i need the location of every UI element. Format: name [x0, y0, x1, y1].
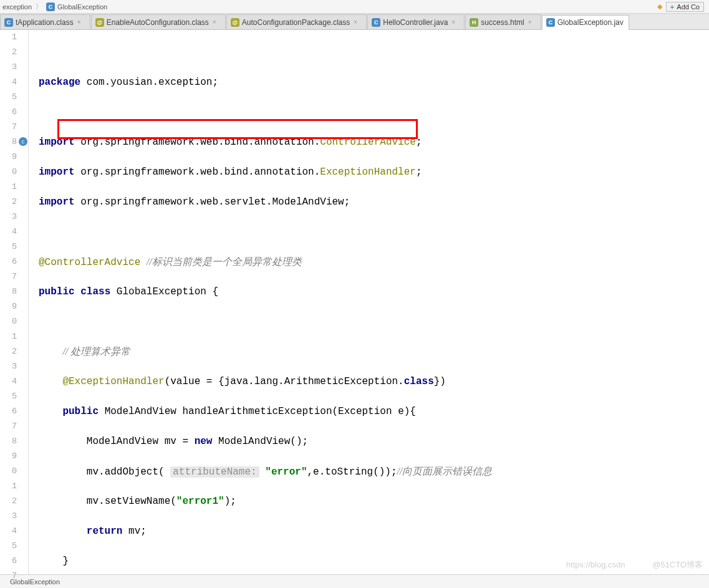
line-number[interactable]: 7 [0, 120, 17, 135]
tab-enableautoconfig[interactable]: @ EnableAutoConfiguration.class × [91, 14, 226, 29]
param: e [398, 406, 404, 417]
breadcrumb-bar: exception 〉 C GlobalException ◆ + Add Co [0, 0, 709, 14]
method-name: handleArithmeticException [182, 406, 332, 417]
var: mv [165, 436, 176, 447]
marker-icon[interactable]: ◆ [657, 2, 662, 11]
kw-import: import [39, 166, 75, 178]
import-class: ExceptionHandler [320, 166, 416, 178]
method: setViewName [105, 496, 171, 507]
line-number[interactable]: 6 [0, 404, 17, 419]
breadcrumb-item-file[interactable]: C GlobalException [46, 2, 107, 11]
html-icon: H [470, 18, 478, 27]
tab-globalexception[interactable]: C GlobalException.jav [542, 15, 629, 30]
line-number[interactable]: 0 [0, 314, 17, 329]
tab-label: HelloController.java [383, 18, 448, 27]
var: mv [128, 526, 140, 537]
line-number[interactable]: 9 [0, 299, 17, 314]
line-number[interactable]: 5 [0, 90, 17, 105]
line-number[interactable]: 3 [0, 359, 17, 374]
breadcrumb-item-folder[interactable]: exception [2, 3, 32, 11]
line-number[interactable]: 7 [0, 269, 17, 284]
line-number[interactable]: 7 [0, 419, 17, 434]
line-number[interactable]: 5 [0, 239, 17, 254]
type: ModelAndView [87, 436, 158, 447]
line-number[interactable]: 0 [0, 464, 17, 479]
class-gutter-icon[interactable]: C [19, 137, 27, 146]
tab-autoconfigpackage[interactable]: @ AutoConfigurationPackage.class × [226, 14, 367, 29]
close-icon[interactable]: × [528, 19, 536, 26]
footer-bar: GlobalException [0, 574, 709, 588]
import-path: org.springframework.web.servlet.ModelAnd… [80, 196, 344, 208]
line-number[interactable]: 2 [0, 344, 17, 359]
line-number[interactable]: 1 [0, 180, 17, 195]
string: "error1" [176, 496, 224, 507]
code-area[interactable]: package com.yousian.exception; import or… [29, 30, 709, 574]
line-number[interactable]: 0 [0, 165, 17, 180]
class-path: java.lang.ArithmeticException. [224, 376, 404, 387]
breadcrumb-sep: 〉 [36, 2, 42, 11]
line-number[interactable]: 8 [0, 135, 17, 150]
line-number[interactable]: 1 [0, 479, 17, 494]
line-number[interactable]: 6 [0, 105, 17, 120]
kw-public: public [62, 406, 99, 417]
var: mv [87, 466, 99, 478]
footer-context[interactable]: GlobalException [10, 578, 60, 586]
tab-label: tApplication.class [16, 18, 74, 27]
var: mv [87, 496, 99, 507]
breadcrumb-label: GlobalException [57, 3, 107, 11]
line-number[interactable]: 5 [0, 389, 17, 404]
watermark: https://blog.csdn @51CTO博客 [566, 559, 703, 571]
line-number[interactable]: 2 [0, 494, 17, 509]
line-number[interactable]: 3 [0, 60, 17, 75]
class-icon: C [46, 2, 55, 11]
line-number[interactable]: 2 [0, 195, 17, 210]
kw-class: class [80, 286, 110, 297]
breadcrumb-label: exception [2, 3, 32, 11]
kw-import: import [39, 196, 75, 208]
editor: C 1 2 3 4 5 6 7 8 9 0 1 2 3 4 5 6 7 8 9 … [0, 30, 709, 574]
close-icon[interactable]: × [77, 19, 85, 26]
toolbar-right: ◆ + Add Co [657, 2, 707, 12]
line-number[interactable]: 4 [0, 524, 17, 539]
tab-tapplication[interactable]: C tApplication.class × [0, 14, 90, 29]
line-number[interactable]: 2 [0, 45, 17, 60]
line-number[interactable]: 1 [0, 329, 17, 344]
line-number[interactable]: 3 [0, 210, 17, 224]
type: ModelAndView [105, 406, 176, 417]
import-class: ControllerAdvice [320, 137, 416, 148]
close-icon[interactable]: × [451, 19, 459, 26]
gutter: C 1 2 3 4 5 6 7 8 9 0 1 2 3 4 5 6 7 8 9 … [0, 30, 29, 574]
line-number[interactable]: 4 [0, 224, 17, 239]
comment: //向页面展示错误信息 [397, 466, 493, 476]
kw-new: new [195, 436, 213, 447]
line-number[interactable]: 4 [0, 75, 17, 90]
tab-success-html[interactable]: H success.html × [465, 14, 541, 29]
line-number[interactable]: 5 [0, 539, 17, 554]
line-number[interactable]: 8 [0, 434, 17, 449]
line-number[interactable]: 1 [0, 30, 17, 45]
add-config-button[interactable]: + Add Co [666, 2, 704, 12]
class-icon: C [372, 18, 380, 27]
tab-hellocontroller[interactable]: C HelloController.java × [367, 14, 465, 29]
close-icon[interactable]: × [213, 19, 220, 26]
line-number[interactable]: 6 [0, 554, 17, 569]
annotation-icon: @ [231, 18, 239, 27]
kw-package: package [39, 77, 80, 88]
class-icon: C [546, 18, 555, 27]
tab-label: GlobalException.jav [557, 18, 624, 27]
kw-public: public [39, 286, 75, 297]
close-icon[interactable]: × [354, 19, 361, 26]
line-number[interactable]: 6 [0, 254, 17, 269]
line-number[interactable]: 9 [0, 449, 17, 464]
anno-exceptionhandler: @ExceptionHandler [62, 376, 164, 387]
line-number[interactable]: 4 [0, 374, 17, 389]
line-number[interactable]: 9 [0, 150, 17, 165]
annotation-icon: @ [95, 18, 104, 27]
class-icon: C [4, 18, 13, 27]
line-number[interactable]: 3 [0, 509, 17, 524]
type: Exception [338, 406, 392, 417]
expr: e.toString() [313, 466, 385, 478]
param-hint: attributeName: [170, 466, 259, 478]
line-number[interactable]: 8 [0, 284, 17, 299]
line-number[interactable]: 7 [0, 569, 17, 584]
